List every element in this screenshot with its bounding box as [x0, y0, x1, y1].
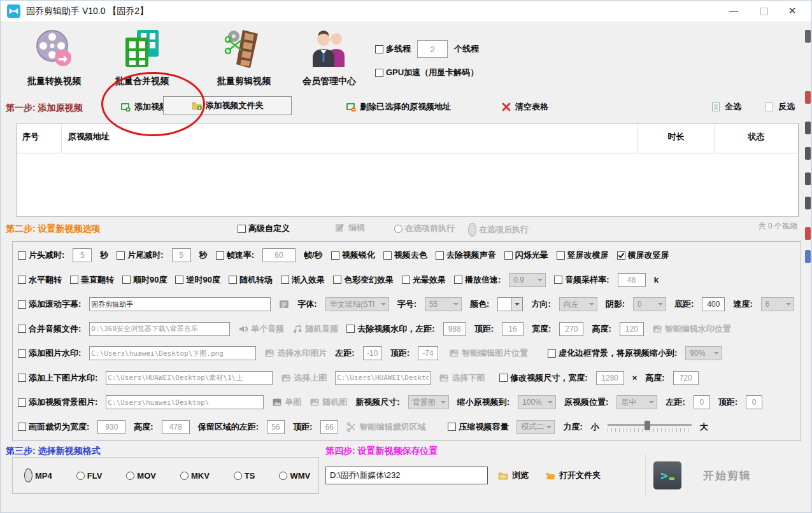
- open-folder-button[interactable]: 打开文件夹: [545, 470, 601, 481]
- new-size-select[interactable]: 背景图: [408, 395, 449, 409]
- random-transition-checkbox[interactable]: 随机转场: [229, 274, 273, 286]
- hflip-checkbox[interactable]: 水平翻转: [18, 274, 62, 286]
- render-console-icon[interactable]: >: [653, 461, 681, 489]
- font-size-select[interactable]: 55: [425, 297, 462, 311]
- choose-watermark-image-button[interactable]: 选择水印图片: [264, 348, 327, 359]
- format-radio-mov[interactable]: MOV: [126, 471, 156, 481]
- tail-trim-checkbox[interactable]: 片尾减时:: [117, 249, 163, 261]
- smart-crop-button[interactable]: 智能编辑裁切区域: [346, 421, 425, 433]
- bottom-image-path-input[interactable]: [335, 371, 431, 385]
- run-after-radio[interactable]: 在选项后执行: [468, 223, 529, 237]
- subtitle-style-button[interactable]: [279, 299, 289, 309]
- tail-trim-sec-input[interactable]: [172, 248, 191, 262]
- crop-height-input[interactable]: [162, 420, 190, 434]
- single-image-button[interactable]: 单图: [272, 397, 301, 408]
- edit-button[interactable]: 编辑: [334, 222, 365, 234]
- img-wm-left-input[interactable]: [363, 346, 382, 360]
- choose-bottom-image-button[interactable]: 选择下图: [439, 372, 485, 384]
- frame-rate-value-input[interactable]: [262, 248, 296, 262]
- resize-video-checkbox[interactable]: 修改视频尺寸，宽度:: [499, 372, 587, 384]
- column-header-index[interactable]: 序号: [17, 123, 62, 153]
- halo-effect-checkbox[interactable]: 光晕效果: [402, 274, 446, 286]
- head-trim-checkbox[interactable]: 片头减时:: [18, 249, 64, 261]
- background-image-path-input[interactable]: [106, 395, 264, 409]
- audio-path-input[interactable]: [89, 322, 230, 336]
- frame-rate-checkbox[interactable]: 帧速率:: [216, 249, 254, 261]
- close-button[interactable]: ✕: [778, 1, 806, 21]
- rotate-cw-90-checkbox[interactable]: 顺时90度: [122, 274, 167, 286]
- sharpen-checkbox[interactable]: 视频锐化: [331, 249, 375, 261]
- scroll-subtitle-checkbox[interactable]: 添加滚动字幕:: [18, 299, 81, 310]
- delete-selected-button[interactable]: 删除已选择的原视频地址: [346, 101, 451, 113]
- smart-image-position-button[interactable]: 智能编辑图片位置: [449, 348, 528, 359]
- crop-checkbox[interactable]: 画面裁切为宽度:: [18, 421, 89, 433]
- compress-video-checkbox[interactable]: 压缩视频容量: [448, 421, 508, 433]
- direction-select[interactable]: 向左: [559, 297, 597, 311]
- blur-border-checkbox[interactable]: 虚化边框背景，将原视频缩小到:: [548, 348, 677, 359]
- img-wm-top-input[interactable]: [418, 346, 438, 360]
- start-clip-button[interactable]: 开始剪辑: [703, 468, 751, 483]
- add-video-button[interactable]: 添加视频: [120, 101, 167, 113]
- play-speed-select[interactable]: 0.9: [509, 273, 546, 287]
- format-radio-wmv[interactable]: WMV: [279, 471, 310, 481]
- shrink-video-select[interactable]: 100%: [518, 395, 556, 409]
- multithread-checkbox[interactable]: 多线程: [375, 43, 411, 55]
- crop-width-input[interactable]: [97, 420, 125, 434]
- batch-convert-button[interactable]: 批量转换视频: [13, 29, 95, 95]
- portrait-to-landscape-checkbox[interactable]: 竖屏改横屏: [557, 249, 609, 261]
- batch-clip-button[interactable]: 批量剪辑视频: [203, 29, 285, 95]
- slider-thumb[interactable]: [645, 421, 650, 430]
- invert-selection-button[interactable]: 反选: [764, 101, 795, 113]
- wm-left-input[interactable]: [443, 322, 466, 336]
- add-video-folder-button[interactable]: 添加视频文件夹: [163, 96, 292, 115]
- subtitle-text-input[interactable]: [89, 297, 271, 311]
- resize-height-input[interactable]: [673, 371, 699, 385]
- crop-top-input[interactable]: [320, 420, 338, 434]
- column-header-duration[interactable]: 时长: [638, 123, 715, 153]
- rotate-ccw-90-checkbox[interactable]: 逆时90度: [175, 274, 220, 286]
- gpu-accel-checkbox[interactable]: GPU加速（用显卡解码）: [375, 67, 478, 78]
- run-before-radio[interactable]: 在选项前执行: [394, 223, 455, 234]
- choose-top-image-button[interactable]: 选择上图: [281, 372, 327, 384]
- watermark-image-path-input[interactable]: [89, 346, 256, 360]
- merge-audio-checkbox[interactable]: 合并音频文件:: [18, 323, 81, 335]
- random-image-button[interactable]: 随机图: [310, 397, 347, 408]
- format-radio-mkv[interactable]: MKV: [180, 471, 210, 481]
- select-all-button[interactable]: 全选: [711, 101, 741, 113]
- single-audio-button[interactable]: 单个音频: [238, 323, 284, 335]
- bg-top-input[interactable]: [746, 395, 762, 409]
- wm-top-input[interactable]: [502, 322, 524, 336]
- scroll-speed-select[interactable]: 6: [761, 297, 794, 311]
- bg-left-input[interactable]: [694, 395, 710, 409]
- sample-rate-value-input[interactable]: [618, 273, 646, 287]
- decolor-checkbox[interactable]: 视频去色: [383, 249, 427, 261]
- batch-merge-button[interactable]: 批量合并视频: [101, 29, 183, 95]
- flicker-halo-checkbox[interactable]: 闪烁光晕: [504, 249, 548, 261]
- format-radio-flv[interactable]: FLV: [76, 471, 103, 481]
- wm-width-input[interactable]: [559, 322, 583, 336]
- smart-watermark-button[interactable]: 智能编辑水印位置: [652, 323, 731, 335]
- shadow-select[interactable]: 0: [633, 297, 666, 311]
- wm-height-input[interactable]: [620, 322, 644, 336]
- member-center-button[interactable]: 会员管理中心: [288, 29, 370, 95]
- thread-count-input[interactable]: [417, 40, 448, 58]
- remove-audio-checkbox[interactable]: 去除视频声音: [436, 249, 496, 261]
- subtitle-color-picker[interactable]: [497, 297, 523, 311]
- compress-mode-select[interactable]: 模式二: [516, 420, 555, 434]
- advanced-custom-checkbox[interactable]: 高级自定义: [238, 223, 290, 234]
- maximize-button[interactable]: [750, 1, 778, 21]
- vflip-checkbox[interactable]: 垂直翻转: [70, 274, 114, 286]
- bottom-margin-input[interactable]: [702, 297, 725, 311]
- shrink-select[interactable]: 90%: [685, 346, 722, 360]
- crop-left-input[interactable]: [267, 420, 285, 434]
- column-header-status[interactable]: 状态: [715, 123, 798, 153]
- minimize-button[interactable]: —: [720, 1, 748, 21]
- column-header-source-path[interactable]: 原视频地址: [62, 123, 638, 153]
- resize-width-input[interactable]: [596, 371, 624, 385]
- video-position-select[interactable]: 居中: [616, 395, 657, 409]
- color-shift-checkbox[interactable]: 色彩变幻效果: [333, 274, 394, 286]
- fade-in-checkbox[interactable]: 渐入效果: [281, 274, 325, 286]
- background-image-checkbox[interactable]: 添加视频背景图片:: [18, 397, 97, 408]
- head-trim-sec-input[interactable]: [73, 248, 92, 262]
- clear-table-button[interactable]: 清空表格: [501, 101, 548, 113]
